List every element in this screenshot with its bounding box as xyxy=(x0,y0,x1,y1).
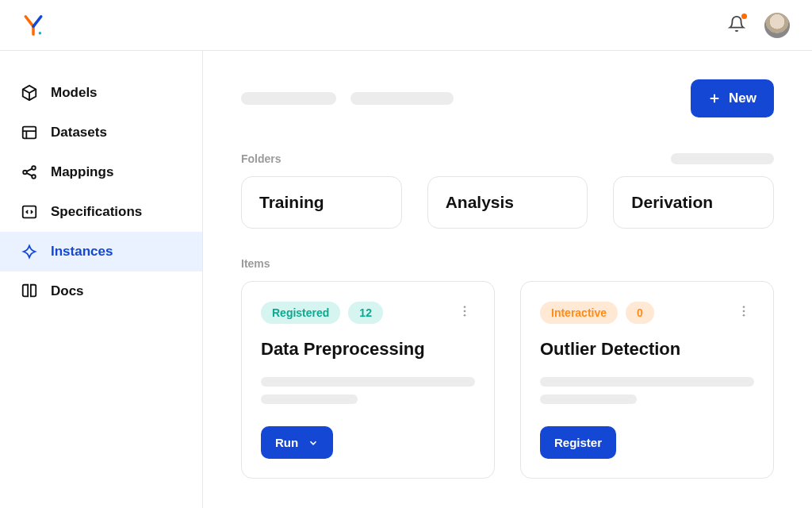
svg-point-0 xyxy=(39,32,42,35)
status-badge: Interactive xyxy=(540,302,618,324)
sidebar-item-mappings[interactable]: Mappings xyxy=(0,152,202,192)
new-button[interactable]: New xyxy=(691,79,774,117)
notification-dot-icon xyxy=(741,13,747,19)
plus-icon xyxy=(708,92,721,105)
code-icon xyxy=(21,203,38,221)
new-button-label: New xyxy=(729,90,756,106)
count-badge: 12 xyxy=(348,302,383,324)
kebab-icon xyxy=(737,304,751,318)
svg-point-17 xyxy=(743,314,745,317)
run-button[interactable]: Run xyxy=(261,426,333,459)
sidebar-item-label: Specifications xyxy=(51,204,142,220)
svg-line-8 xyxy=(26,173,32,176)
sidebar-item-datasets[interactable]: Datasets xyxy=(0,113,202,152)
card-placeholder xyxy=(261,377,475,404)
item-card: Registered 12 Data Preprocessing Run xyxy=(241,281,495,479)
sidebar-item-label: Mappings xyxy=(51,164,113,180)
svg-point-14 xyxy=(464,314,466,317)
svg-line-7 xyxy=(26,168,32,171)
cube-icon xyxy=(21,84,38,102)
main-content: New Folders Training Analysis Derivation… xyxy=(203,51,812,508)
folder-analysis[interactable]: Analysis xyxy=(427,176,588,229)
user-avatar[interactable] xyxy=(764,13,790,38)
items-section-header: Items xyxy=(241,257,774,270)
topbar xyxy=(0,0,812,51)
card-title: Outlier Detection xyxy=(540,339,754,360)
breadcrumb-placeholder xyxy=(241,92,454,105)
sidebar-item-instances[interactable]: Instances xyxy=(0,232,202,271)
status-badge: Registered xyxy=(261,302,340,324)
card-menu-button[interactable] xyxy=(454,301,475,325)
svg-rect-1 xyxy=(23,127,36,139)
svg-rect-9 xyxy=(23,206,36,218)
table-icon xyxy=(21,124,38,141)
item-card: Interactive 0 Outlier Detection Register xyxy=(520,281,774,479)
run-button-label: Run xyxy=(275,436,298,449)
svg-point-16 xyxy=(743,310,745,313)
sidebar-item-models[interactable]: Models xyxy=(0,73,202,113)
sparkle-icon xyxy=(21,243,38,260)
card-placeholder xyxy=(540,377,754,404)
share-icon xyxy=(21,164,38,181)
register-button[interactable]: Register xyxy=(540,426,616,459)
book-icon xyxy=(21,283,38,300)
kebab-icon xyxy=(458,304,472,318)
folder-training[interactable]: Training xyxy=(241,176,402,229)
sidebar-item-docs[interactable]: Docs xyxy=(0,271,202,311)
folders-section-header: Folders xyxy=(241,152,774,165)
card-title: Data Preprocessing xyxy=(261,339,475,360)
sidebar-item-label: Instances xyxy=(51,244,113,260)
folder-derivation[interactable]: Derivation xyxy=(613,176,774,229)
svg-point-12 xyxy=(464,306,466,308)
sidebar: Models Datasets Mappings Specifications … xyxy=(0,51,203,508)
count-badge: 0 xyxy=(626,302,654,324)
sidebar-item-label: Docs xyxy=(51,283,84,299)
svg-point-13 xyxy=(464,310,466,313)
register-button-label: Register xyxy=(554,436,602,449)
notifications-button[interactable] xyxy=(728,15,745,36)
svg-point-15 xyxy=(743,306,745,308)
chevron-down-icon xyxy=(308,437,319,448)
card-menu-button[interactable] xyxy=(733,301,754,325)
app-logo[interactable] xyxy=(22,14,44,37)
sidebar-item-label: Models xyxy=(51,85,98,101)
sidebar-item-specifications[interactable]: Specifications xyxy=(0,192,202,232)
sidebar-item-label: Datasets xyxy=(51,125,107,140)
